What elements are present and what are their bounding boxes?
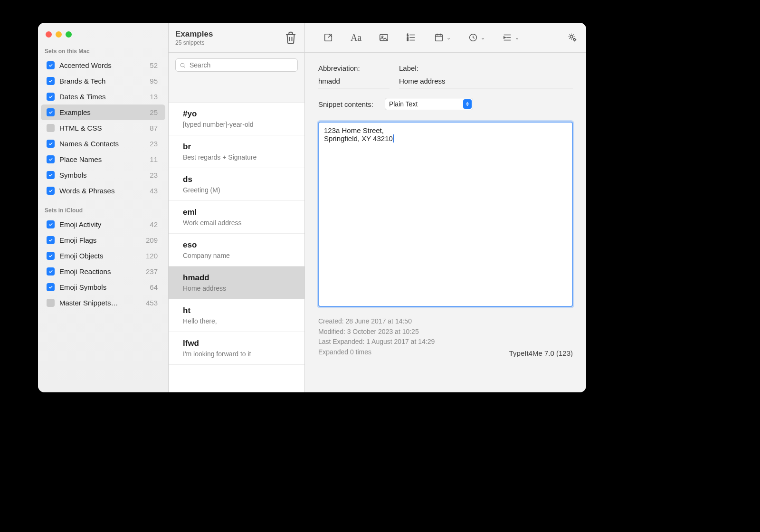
snippet-abbr: ds [183, 175, 298, 184]
sidebar-set-row[interactable]: Emoji Objects120 [41, 248, 165, 264]
set-count: 23 [150, 171, 158, 179]
indent-button[interactable]: ⌄ [502, 32, 519, 43]
set-checkbox[interactable] [47, 171, 55, 179]
sidebar-set-row[interactable]: Emoji Flags209 [41, 232, 165, 248]
snippet-content-editor[interactable]: 123a Home Street, Springfield, XY 43210 [318, 122, 573, 307]
sidebar-set-row[interactable]: Brands & Tech95 [41, 73, 165, 89]
sidebar-set-row[interactable]: Names & Contacts23 [41, 136, 165, 152]
sidebar-set-row[interactable]: Emoji Symbols64 [41, 279, 165, 295]
meta-last-expanded: Last Expanded: 1 August 2017 at 14:29 [318, 337, 500, 347]
chevron-down-icon: ⌄ [446, 35, 451, 41]
snippet-row[interactable]: hmaddHome address [169, 266, 304, 299]
time-button[interactable]: ⌄ [468, 32, 485, 43]
label-input[interactable] [399, 75, 573, 88]
svg-rect-7 [436, 35, 443, 41]
sidebar-set-row[interactable]: Symbols23 [41, 167, 165, 183]
minimize-window-button[interactable] [56, 31, 62, 38]
snippet-row[interactable]: emlWork email address [169, 201, 304, 234]
abbreviation-label: Abbreviation: [318, 64, 390, 72]
sidebar-set-row[interactable]: Emoji Activity42 [41, 217, 165, 232]
set-checkbox[interactable] [47, 108, 55, 116]
settings-button[interactable] [567, 32, 578, 43]
set-name: Examples [59, 108, 150, 116]
sidebar-section-mac: Sets on this Mac [38, 46, 168, 57]
snippet-abbr: hmadd [183, 273, 298, 283]
set-checkbox[interactable] [47, 61, 55, 69]
close-window-button[interactable] [46, 31, 52, 38]
list-button[interactable]: 123 [406, 32, 417, 43]
snippet-abbr: br [183, 142, 298, 152]
snippet-desc: Home address [183, 285, 298, 292]
snippet-row[interactable]: brBest regards + Signature [169, 135, 304, 168]
set-checkbox[interactable] [47, 124, 55, 132]
search-icon [180, 62, 186, 68]
set-name: HTML & CSS [59, 124, 150, 132]
content-type-select[interactable]: Plain Text [385, 98, 473, 110]
set-count: 120 [146, 252, 158, 260]
sidebar-set-row[interactable]: Words & Phrases43 [41, 183, 165, 199]
set-name: Emoji Symbols [59, 283, 150, 291]
snippet-row[interactable]: #yo[typed number]-year-old [169, 103, 304, 135]
font-icon: Aa [351, 32, 361, 43]
window-controls [38, 28, 168, 46]
set-checkbox[interactable] [47, 283, 55, 291]
snippet-abbr: ht [183, 306, 298, 315]
sidebar: Sets on this Mac Accented Words52Brands … [38, 23, 169, 392]
chevron-down-icon: ⌄ [481, 35, 485, 41]
set-count: 43 [150, 187, 158, 195]
set-checkbox[interactable] [47, 93, 55, 101]
search-field[interactable] [175, 58, 298, 72]
set-checkbox[interactable] [47, 187, 55, 195]
snippet-desc: Work email address [183, 219, 298, 227]
snippet-row[interactable]: htHello there, [169, 299, 304, 332]
svg-text:3: 3 [407, 38, 408, 41]
set-count: 237 [146, 267, 158, 276]
snippet-list-header: Examples 25 snippets [169, 23, 304, 53]
font-button[interactable]: Aa [351, 32, 361, 43]
set-count: 453 [146, 299, 158, 307]
sidebar-set-row[interactable]: Master Snippets…453 [41, 295, 165, 311]
set-count: 52 [150, 61, 158, 69]
meta-modified: Modified: 3 October 2023 at 10:25 [318, 327, 500, 337]
snippet-desc: I'm looking forward to it [183, 350, 298, 358]
delete-button[interactable] [284, 30, 298, 45]
snippet-desc: Best regards + Signature [183, 153, 298, 161]
chevron-down-icon: ⌄ [515, 35, 519, 41]
set-checkbox[interactable] [47, 267, 55, 276]
snippet-abbr: #yo [183, 109, 298, 119]
sidebar-set-row[interactable]: Examples25 [41, 104, 165, 120]
set-checkbox[interactable] [47, 252, 55, 260]
sidebar-set-row[interactable]: HTML & CSS87 [41, 120, 165, 136]
app-version: TypeIt4Me 7.0 (123) [509, 349, 573, 358]
snippet-row[interactable]: lfwdI'm looking forward to it [169, 332, 304, 365]
set-checkbox[interactable] [47, 155, 55, 163]
image-button[interactable] [379, 32, 389, 43]
sidebar-set-row[interactable]: Dates & Times13 [41, 89, 165, 104]
trash-icon [284, 30, 298, 45]
sidebar-set-row[interactable]: Place Names11 [41, 152, 165, 167]
set-count: 13 [150, 93, 158, 101]
snippet-row[interactable]: esoCompany name [169, 234, 304, 266]
set-checkbox[interactable] [47, 77, 55, 85]
set-checkbox[interactable] [47, 220, 55, 228]
snippet-list[interactable]: #yo[typed number]-year-oldbrBest regards… [169, 103, 304, 392]
zoom-window-button[interactable] [66, 31, 72, 38]
calendar-icon [434, 32, 444, 43]
compose-button[interactable] [323, 32, 333, 43]
sidebar-set-row[interactable]: Emoji Reactions237 [41, 264, 165, 279]
snippet-desc: Greeting (M) [183, 186, 298, 194]
set-name: Words & Phrases [59, 187, 150, 195]
select-arrows-icon [463, 99, 472, 109]
set-name: Master Snippets… [59, 299, 146, 307]
set-checkbox[interactable] [47, 236, 55, 244]
date-button[interactable]: ⌄ [434, 32, 451, 43]
sidebar-set-row[interactable]: Accented Words52 [41, 57, 165, 73]
snippet-row[interactable]: dsGreeting (M) [169, 168, 304, 201]
set-checkbox[interactable] [47, 299, 55, 307]
set-checkbox[interactable] [47, 140, 55, 148]
editor-toolbar: Aa 123 ⌄ ⌄ ⌄ [305, 23, 586, 53]
set-count: 23 [150, 140, 158, 148]
abbreviation-input[interactable] [318, 75, 390, 88]
meta-created: Created: 28 June 2017 at 14:50 [318, 316, 500, 327]
search-input[interactable] [189, 61, 294, 69]
